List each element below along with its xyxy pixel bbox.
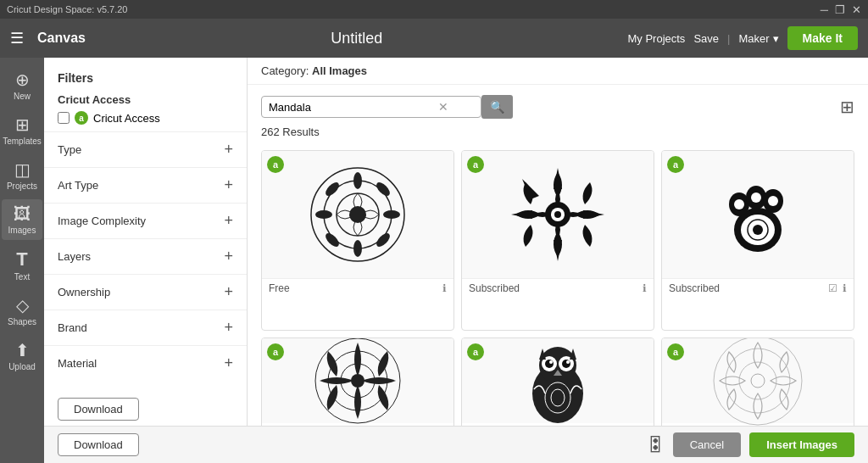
- category-bar: Category: All Images: [248, 58, 868, 85]
- nav-right: My Projects Save | Maker ▾ Make It: [627, 26, 858, 50]
- sidebar-item-text[interactable]: T Text: [2, 243, 42, 287]
- results-count: 262 Results: [248, 126, 868, 143]
- nav-bar: ☰ Canvas Untitled My Projects Save | Mak…: [0, 19, 868, 58]
- mandala-svg-4: [307, 337, 409, 432]
- svg-point-50: [751, 374, 765, 388]
- filter-item-type[interactable]: Type +: [44, 131, 247, 167]
- sidebar-item-projects-label: Projects: [7, 181, 37, 191]
- svg-point-8: [323, 180, 341, 198]
- info-icon-1[interactable]: ℹ: [442, 282, 447, 294]
- image-footer-3: Subscribed ☑ ℹ: [662, 278, 854, 298]
- search-input-wrap: ✕: [261, 96, 481, 118]
- filter-material-expand[interactable]: +: [224, 354, 233, 372]
- filter-brand-expand[interactable]: +: [224, 319, 233, 337]
- cricut-access-section: Cricut Access a Cricut Access: [44, 90, 247, 131]
- check-icon-3[interactable]: ☑: [828, 282, 837, 294]
- search-bar: ✕ 🔍 ⊞: [248, 85, 868, 126]
- cancel-button[interactable]: Cancel: [673, 432, 741, 457]
- cricut-badge-4: a: [267, 343, 284, 360]
- sidebar-item-shapes[interactable]: ◇ Shapes: [2, 290, 42, 332]
- svg-point-29: [768, 196, 778, 206]
- cricut-access-badge: a: [75, 111, 88, 125]
- mandala-svg-2: [507, 164, 609, 265]
- my-projects-link[interactable]: My Projects: [627, 32, 685, 45]
- mixer-icon: 🎛: [646, 434, 665, 456]
- svg-point-27: [734, 199, 744, 209]
- filter-item-ownership[interactable]: Ownership +: [44, 274, 247, 310]
- new-icon: ⊕: [15, 70, 30, 90]
- minimize-button[interactable]: ─: [821, 3, 828, 16]
- image-label-1: Free: [269, 282, 290, 294]
- mandala-svg-5: [507, 337, 609, 432]
- filter-item-art-type[interactable]: Art Type +: [44, 167, 247, 203]
- search-input[interactable]: [269, 101, 438, 114]
- svg-point-14: [554, 211, 561, 218]
- svg-point-9: [374, 180, 392, 198]
- image-label-3: Subscribed: [669, 282, 720, 294]
- filter-item-material[interactable]: Material +: [44, 345, 247, 381]
- bottom-bar: Download 🎛 Cancel Insert Images: [44, 426, 868, 463]
- filter-brand-label: Brand: [58, 321, 87, 334]
- filter-art-type-expand[interactable]: +: [224, 176, 233, 194]
- bottom-download-button[interactable]: Download: [58, 433, 139, 456]
- search-clear-icon[interactable]: ✕: [438, 100, 448, 114]
- search-icon: 🔍: [490, 100, 504, 114]
- search-button[interactable]: 🔍: [481, 95, 513, 119]
- make-it-button[interactable]: Make It: [787, 26, 858, 50]
- sidebar-item-new[interactable]: ⊕ New: [2, 64, 42, 106]
- image-footer-icons-2: ℹ: [643, 282, 647, 294]
- filter-item-image-complexity[interactable]: Image Complexity +: [44, 203, 247, 238]
- image-card-1[interactable]: a: [261, 150, 454, 331]
- document-title: Untitled: [99, 30, 615, 47]
- insert-images-button[interactable]: Insert Images: [749, 432, 854, 457]
- images-icon: 🖼: [14, 204, 31, 224]
- cricut-badge-6: a: [667, 343, 684, 360]
- filter-ownership-expand[interactable]: +: [224, 283, 233, 301]
- icon-sidebar: ⊕ New ⊞ Templates ◫ Projects 🖼 Images T …: [0, 58, 44, 463]
- sidebar-item-templates[interactable]: ⊞ Templates: [2, 109, 42, 151]
- canvas-label: Canvas: [37, 31, 86, 46]
- main-layout: ⊕ New ⊞ Templates ◫ Projects 🖼 Images T …: [0, 58, 868, 463]
- save-button[interactable]: Save: [693, 32, 719, 45]
- hamburger-menu[interactable]: ☰: [10, 29, 24, 47]
- filter-item-layers[interactable]: Layers +: [44, 238, 247, 274]
- info-icon-2[interactable]: ℹ: [643, 282, 647, 294]
- filter-type-label: Type: [58, 143, 81, 156]
- filter-layers-expand[interactable]: +: [224, 248, 233, 265]
- image-canvas-4: [262, 338, 453, 423]
- upload-icon: ⬆: [15, 340, 30, 360]
- svg-point-48: [726, 349, 790, 413]
- maker-selector[interactable]: Maker ▾: [738, 32, 778, 45]
- sidebar-item-projects[interactable]: ◫ Projects: [2, 154, 42, 196]
- close-button[interactable]: ✕: [852, 3, 861, 16]
- image-card-3[interactable]: a: [661, 150, 854, 331]
- filter-art-type-label: Art Type: [58, 179, 98, 192]
- sidebar-item-upload-label: Upload: [8, 362, 36, 371]
- grid-toggle-button[interactable]: ⊞: [840, 97, 854, 117]
- image-grid: a: [248, 143, 868, 463]
- filter-type-expand[interactable]: +: [224, 141, 233, 159]
- image-card-2[interactable]: a: [461, 150, 654, 331]
- filter-item-brand[interactable]: Brand +: [44, 310, 247, 345]
- filter-material-label: Material: [58, 357, 97, 370]
- mandala-svg-1: [307, 164, 409, 265]
- projects-icon: ◫: [14, 159, 31, 180]
- svg-point-6: [315, 210, 332, 219]
- download-button[interactable]: Download: [58, 398, 139, 421]
- filter-image-complexity-expand[interactable]: +: [224, 212, 233, 230]
- svg-point-39: [562, 360, 570, 368]
- sidebar-item-images[interactable]: 🖼 Images: [2, 199, 42, 240]
- window-controls: ─ ❐ ✕: [821, 3, 861, 16]
- svg-point-3: [349, 206, 366, 223]
- restore-button[interactable]: ❐: [835, 3, 845, 16]
- sidebar-item-upload[interactable]: ⬆ Upload: [2, 335, 42, 377]
- filter-layers-label: Layers: [58, 250, 91, 263]
- svg-point-28: [751, 192, 761, 203]
- category-link[interactable]: All Images: [312, 64, 367, 77]
- image-canvas-5: [462, 338, 654, 423]
- app-name: Cricut Design Space: v5.7.20: [7, 4, 127, 14]
- cricut-access-checkbox[interactable]: [58, 112, 70, 124]
- info-icon-3[interactable]: ℹ: [843, 282, 847, 294]
- filter-title: Filters: [44, 66, 247, 90]
- filter-panel: Filters Cricut Access a Cricut Access Ty…: [44, 58, 248, 463]
